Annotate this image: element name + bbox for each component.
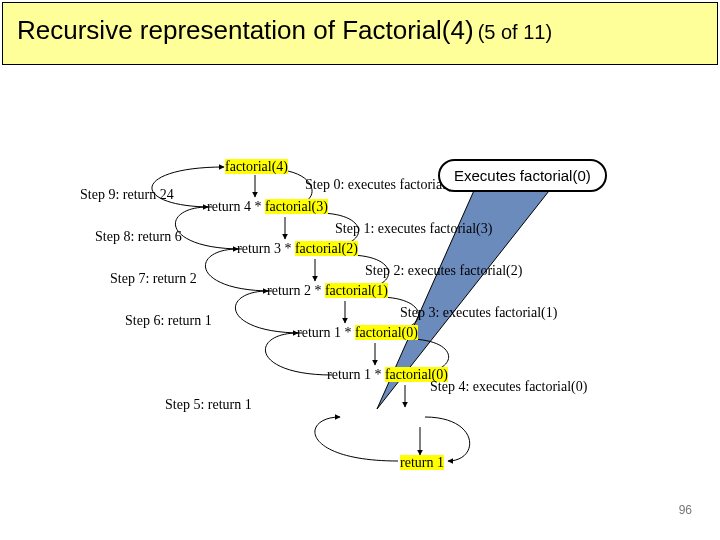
label-step-7: Step 7: return 2 — [110, 271, 197, 287]
node-return-2x1: return 2 * factorial(1) — [267, 283, 388, 299]
page-number: 96 — [679, 503, 692, 517]
slide-title: Recursive representation of Factorial(4) — [17, 15, 474, 45]
label-step-2: Step 2: executes factorial(2) — [365, 263, 522, 279]
slide-progress: (5 of 11) — [478, 21, 552, 43]
label-step-9: Step 9: return 24 — [80, 187, 174, 203]
node-factorial-4: factorial(4) — [225, 159, 288, 175]
label-step-1: Step 1: executes factorial(3) — [335, 221, 492, 237]
node-return-1: return 1 — [400, 455, 444, 471]
label-step-8: Step 8: return 6 — [95, 229, 182, 245]
node-return-1x0: return 1 * factorial(0) — [297, 325, 418, 341]
label-step-6: Step 6: return 1 — [125, 313, 212, 329]
node-return-4x3: return 4 * factorial(3) — [207, 199, 328, 215]
diagram-stage: factorial(4) return 4 * factorial(3) ret… — [0, 67, 720, 527]
label-step-4: Step 4: executes factorial(0) — [430, 379, 587, 395]
label-step-5: Step 5: return 1 — [165, 397, 252, 413]
slide-title-bar: Recursive representation of Factorial(4)… — [2, 2, 718, 65]
label-step-3: Step 3: executes factorial(1) — [400, 305, 557, 321]
callout-text: Executes factorial(0) — [454, 167, 591, 184]
node-return-3x2: return 3 * factorial(2) — [237, 241, 358, 257]
callout-bubble: Executes factorial(0) — [438, 159, 607, 192]
